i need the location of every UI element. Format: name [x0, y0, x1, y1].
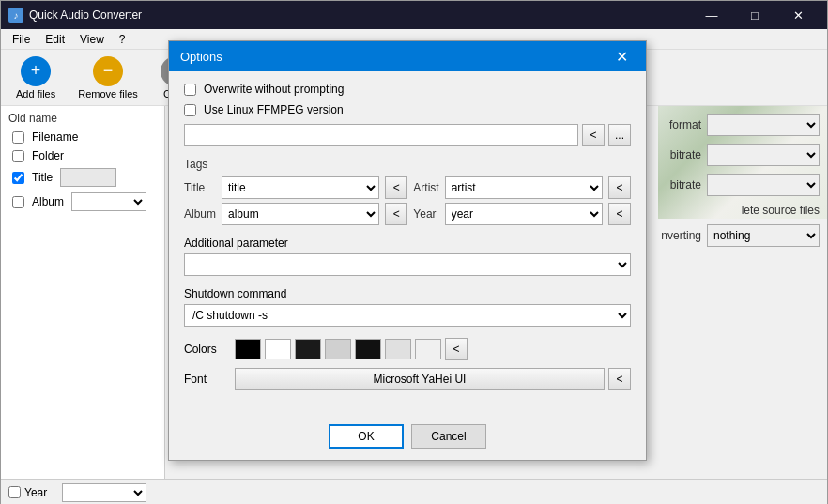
add-icon: + — [21, 56, 51, 86]
menu-view[interactable]: View — [72, 31, 112, 48]
ffmpeg-lt-button[interactable]: < — [582, 124, 605, 146]
shutdown-label: Shutdown command — [184, 287, 631, 300]
maximize-button[interactable]: □ — [733, 1, 776, 29]
window-controls: — □ ✕ — [690, 1, 820, 29]
folder-label: Folder — [32, 149, 64, 162]
year-checkbox-label: Year — [8, 486, 47, 499]
cancel-button[interactable]: Cancel — [411, 424, 486, 449]
rename-options: Filename Folder Title %N% Album — [5, 127, 161, 221]
color-swatch-5[interactable] — [355, 339, 381, 359]
overwrite-label: Overwrite without prompting — [204, 83, 344, 96]
old-name-label: Old name — [5, 110, 161, 127]
font-lt-button[interactable]: < — [608, 368, 631, 390]
options-dialog: Options ✕ Overwrite without prompting Us… — [168, 40, 647, 461]
dialog-title: Options — [180, 50, 608, 64]
album-label: Album — [32, 195, 64, 208]
colors-lt-button[interactable]: < — [445, 338, 468, 360]
app-window: ♪ Quick Audio Converter — □ ✕ File Edit … — [0, 0, 828, 504]
year-tag-select[interactable]: year — [445, 203, 603, 225]
remove-icon: − — [93, 56, 123, 86]
title-label: Title — [32, 171, 53, 184]
tags-section-label: Tags — [184, 158, 631, 171]
tags-grid: Title title < Artist artist < Album albu… — [184, 176, 631, 225]
linux-ffmpeg-checkbox[interactable] — [184, 104, 196, 116]
menu-help[interactable]: ? — [112, 31, 133, 48]
title-value-input[interactable]: %N% — [60, 168, 116, 187]
folder-row: Folder — [12, 149, 153, 162]
ffmpeg-row: ffmpeg < ... — [184, 124, 631, 146]
bitrate2-select[interactable] — [707, 174, 820, 196]
additional-param-label: Additional parameter — [184, 237, 631, 250]
bottom-panel: Year — [1, 479, 827, 504]
minimize-button[interactable]: — — [690, 1, 733, 29]
filename-checkbox[interactable] — [12, 131, 24, 144]
bitrate-label: bitrate — [670, 148, 701, 161]
artist-tag-select[interactable]: artist — [445, 176, 603, 199]
font-row: Font Microsoft YaHei UI < — [184, 368, 631, 390]
linux-ffmpeg-row: Use Linux FFMPEG version — [184, 103, 631, 116]
title-checkbox[interactable] — [12, 172, 24, 184]
add-files-button[interactable]: + Add files — [8, 53, 63, 103]
menu-edit[interactable]: Edit — [38, 31, 72, 48]
title-row: Title %N% — [12, 168, 153, 187]
title-bar: ♪ Quick Audio Converter — □ ✕ — [1, 1, 827, 29]
dialog-titlebar: Options ✕ — [169, 41, 646, 71]
additional-param-select[interactable] — [184, 253, 631, 276]
title-tag-select[interactable]: title — [222, 176, 379, 199]
album-tag-select[interactable]: album — [222, 203, 379, 225]
font-select-button[interactable]: Microsoft YaHei UI — [235, 368, 605, 390]
shutdown-select[interactable]: /C shutdown -s — [184, 304, 631, 327]
additional-param-row: Additional parameter — [184, 237, 631, 276]
album-tag-label: Album — [184, 207, 216, 221]
ffmpeg-ellipsis-button[interactable]: ... — [608, 124, 631, 146]
filename-label: Filename — [32, 130, 78, 144]
dialog-body: Overwrite without prompting Use Linux FF… — [169, 71, 646, 417]
year-bottom-select[interactable] — [62, 483, 146, 502]
dialog-close-button[interactable]: ✕ — [608, 43, 635, 69]
filename-row: Filename — [12, 130, 153, 144]
artist-tag-label: Artist — [413, 181, 438, 194]
format-select[interactable] — [707, 114, 820, 136]
folder-checkbox[interactable] — [12, 150, 24, 162]
dialog-footer: OK Cancel — [169, 417, 646, 460]
colors-row: Colors < — [184, 338, 631, 360]
linux-ffmpeg-label: Use Linux FFMPEG version — [204, 103, 344, 116]
color-swatch-6[interactable] — [385, 339, 411, 359]
album-row: Album — [12, 192, 153, 211]
menu-file[interactable]: File — [5, 31, 38, 48]
year-tag-label: Year — [413, 207, 438, 221]
window-close-button[interactable]: ✕ — [776, 1, 820, 29]
color-swatch-4[interactable] — [325, 339, 351, 359]
year-checkbox[interactable] — [8, 486, 21, 498]
overwrite-checkbox[interactable] — [184, 84, 196, 96]
title-tag-label: Title — [184, 181, 216, 194]
converting-label: nverting — [661, 229, 701, 242]
ffmpeg-input[interactable]: ffmpeg — [184, 124, 578, 146]
color-swatch-1[interactable] — [235, 339, 261, 359]
format-label: format — [669, 118, 701, 131]
remove-files-button[interactable]: − Remove files — [70, 53, 146, 103]
app-title: Quick Audio Converter — [29, 8, 690, 22]
title-lt-button[interactable]: < — [385, 176, 407, 199]
bitrate-select[interactable] — [707, 144, 820, 166]
app-icon: ♪ — [8, 8, 23, 23]
overwrite-row: Overwrite without prompting — [184, 83, 631, 96]
colors-label: Colors — [184, 343, 231, 356]
year-lt-button[interactable]: < — [608, 203, 631, 225]
album-checkbox[interactable] — [12, 196, 24, 208]
bitrate2-label: bitrate — [670, 178, 701, 191]
artist-lt-button[interactable]: < — [608, 176, 631, 199]
shutdown-row: Shutdown command /C shutdown -s — [184, 287, 631, 327]
color-swatch-7[interactable] — [415, 339, 441, 359]
album-select[interactable] — [71, 192, 146, 211]
font-label: Font — [184, 373, 231, 386]
ok-button[interactable]: OK — [329, 424, 404, 449]
album-lt-button[interactable]: < — [385, 203, 407, 225]
left-panel: Old name Filename Folder Title %N% A — [1, 106, 165, 479]
color-swatch-2[interactable] — [265, 339, 291, 359]
converting-select[interactable]: nothing — [707, 224, 820, 247]
color-swatch-3[interactable] — [295, 339, 321, 359]
source-label: lete source files — [742, 204, 820, 217]
